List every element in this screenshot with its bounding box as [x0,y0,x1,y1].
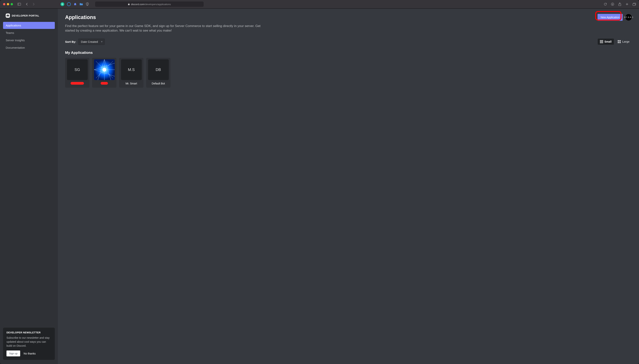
portal-brand: DEVELOPER PORTAL [3,13,55,22]
application-thumbnail [94,59,115,80]
portal-title: DEVELOPER PORTAL [12,14,39,17]
downloads-button[interactable] [611,2,614,6]
page-title: Applications [65,14,595,20]
svg-point-2 [75,4,75,4]
newsletter-body: Subscribe to our newsletter and stay upd… [7,336,51,348]
grid-large-icon [618,40,621,43]
view-toggle-large[interactable]: Large [615,38,632,45]
application-card[interactable]: DB Default Bot [146,58,171,88]
sidebar-item-teams[interactable]: Teams [3,29,55,36]
view-small-label: Small [604,40,611,43]
extension-circle-icon[interactable] [67,2,71,6]
main-content: Applications New Application 127.0.0.1 F… [58,8,639,364]
avatar-text: 127.0.0.1 [624,16,633,18]
view-toggle-small[interactable]: Small [598,38,614,45]
minimize-window-button[interactable] [7,3,9,5]
lock-icon [128,3,130,5]
application-thumbnail: SG [67,59,88,80]
intro-text: Find the perfect feature set for your ga… [65,24,269,33]
maximize-window-button[interactable] [11,3,13,5]
sidebar-item-label: Applications [6,24,21,27]
application-thumbnail: M.S [121,59,142,80]
sidebar-item-applications[interactable]: Applications [3,22,55,29]
application-card[interactable] [92,58,117,88]
sidebar: DEVELOPER PORTAL Applications Teams Serv… [0,8,58,364]
grid-small-icon [600,40,603,43]
view-large-label: Large [622,40,629,43]
application-initials: SG [75,68,80,72]
application-name: Mr. Smart [126,82,137,86]
new-application-button[interactable]: New Application [597,14,623,21]
url-host-text: discord.com/developers/applications [131,3,171,6]
application-thumbnail: DB [148,59,169,80]
extension-ghost-icon[interactable] [74,2,77,6]
newsletter-signup-button[interactable]: Sign up [7,350,20,356]
extension-folder-icon[interactable] [80,2,83,6]
application-initials: M.S [128,68,135,72]
back-button[interactable] [25,2,29,6]
sidebar-item-server-insights[interactable]: Server Insights [3,37,55,44]
extension-grammarly-icon[interactable]: G [61,2,64,6]
user-avatar[interactable]: 127.0.0.1 [625,14,632,20]
tabs-button[interactable] [632,2,636,6]
application-image-icon [94,59,115,80]
shield-icon[interactable] [86,2,89,6]
redacted-label [71,82,84,85]
sort-by-label: Sort By: [65,40,76,43]
application-initials: DB [156,68,161,72]
url-bar[interactable]: discord.com/developers/applications [95,2,204,7]
newsletter-dismiss-button[interactable]: No thanks [24,352,36,355]
sidebar-item-label: Teams [6,31,14,34]
browser-toolbar: G discord.com/developers/applications [0,0,639,8]
redacted-label [101,82,108,85]
sidebar-toggle-icon[interactable] [18,2,21,6]
close-window-button[interactable] [3,3,5,5]
svg-point-18 [102,68,106,72]
svg-rect-8 [633,4,635,6]
svg-rect-0 [18,3,21,5]
discord-logo-icon [6,14,10,18]
reload-button[interactable] [603,2,607,6]
application-card[interactable]: M.S Mr. Smart [119,58,144,88]
sidebar-item-label: Server Insights [6,38,25,42]
sidebar-item-label: Documentation [6,46,25,49]
applications-grid: SG [65,58,632,88]
sidebar-item-documentation[interactable]: Documentation [3,44,55,51]
application-card[interactable]: SG [65,58,90,88]
sort-dropdown[interactable]: Date Created [78,38,105,45]
forward-button[interactable] [32,2,36,6]
window-controls [3,3,13,5]
newsletter-title: DEVELOPER NEWSLETTER [7,331,51,334]
svg-point-3 [75,4,76,4]
sort-selected-value: Date Created [81,40,98,43]
newsletter-card: DEVELOPER NEWSLETTER Subscribe to our ne… [3,328,55,360]
application-name: Default Bot [152,82,165,86]
share-button[interactable] [618,2,621,6]
my-applications-heading: My Applications [65,50,632,55]
new-tab-button[interactable] [625,2,629,6]
svg-rect-5 [128,4,130,5]
